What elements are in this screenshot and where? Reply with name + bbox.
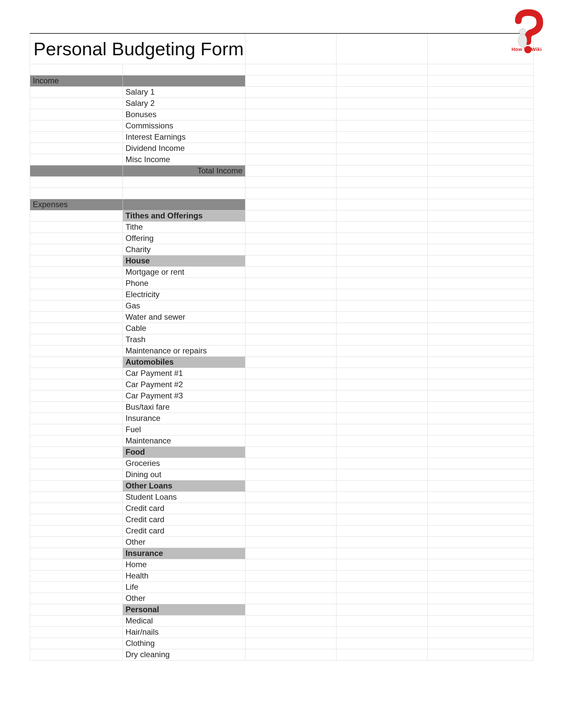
empty-cell <box>245 570 337 581</box>
empty-cell <box>337 120 428 131</box>
title-spacer <box>337 33 428 64</box>
empty-cell <box>245 458 337 469</box>
empty-cell <box>337 593 428 604</box>
empty-cell <box>30 559 123 570</box>
empty-cell <box>30 435 123 446</box>
empty-cell <box>30 581 123 593</box>
empty-cell <box>428 435 534 446</box>
expense-item: Electricity <box>123 289 245 300</box>
empty-cell <box>337 480 428 491</box>
empty-cell <box>428 593 534 604</box>
empty-cell <box>337 86 428 98</box>
expense-group-header: Automobiles <box>123 356 245 368</box>
empty-cell <box>428 334 534 345</box>
empty-cell <box>245 86 337 98</box>
empty-cell <box>428 615 534 626</box>
total-income-label: Total Income <box>123 165 245 176</box>
empty-cell <box>337 491 428 503</box>
empty-cell <box>30 514 123 525</box>
empty-cell <box>428 379 534 390</box>
expense-item: Charity <box>123 244 245 255</box>
expense-group-header: Personal <box>123 604 245 615</box>
empty-cell <box>337 143 428 154</box>
expense-item: Car Payment #2 <box>123 379 245 390</box>
empty-cell <box>245 604 337 615</box>
section-header-expenses: Expenses <box>30 199 123 210</box>
empty-cell <box>245 233 337 244</box>
empty-cell <box>245 424 337 435</box>
empty-cell <box>30 615 123 626</box>
empty-cell <box>30 143 123 154</box>
empty-cell <box>30 638 123 649</box>
empty-cell <box>428 154 534 165</box>
empty-cell <box>245 356 337 368</box>
empty-cell <box>30 233 123 244</box>
expense-item: Tithe <box>123 221 245 233</box>
empty-cell <box>245 64 337 75</box>
empty-cell <box>428 458 534 469</box>
empty-cell <box>428 176 534 188</box>
title-spacer <box>245 33 337 64</box>
expense-group-header: Other Loans <box>123 480 245 491</box>
empty-cell <box>30 446 123 458</box>
income-item: Dividend Income <box>123 143 245 154</box>
expense-item: Mortgage or rent <box>123 266 245 278</box>
empty-cell <box>428 75 534 86</box>
income-item: Commissions <box>123 120 245 131</box>
empty-cell <box>30 413 123 424</box>
empty-cell <box>428 98 534 109</box>
empty-cell <box>337 649 428 660</box>
empty-cell <box>337 75 428 86</box>
empty-cell <box>245 266 337 278</box>
empty-cell <box>337 244 428 255</box>
empty-cell <box>30 536 123 548</box>
empty-cell <box>245 469 337 480</box>
empty-cell <box>337 300 428 311</box>
svg-point-2 <box>518 34 527 47</box>
empty-cell <box>337 469 428 480</box>
empty-cell <box>428 109 534 120</box>
empty-cell <box>30 278 123 289</box>
empty-cell <box>30 86 123 98</box>
empty-cell <box>245 593 337 604</box>
empty-cell <box>428 559 534 570</box>
empty-cell <box>245 176 337 188</box>
empty-cell <box>30 120 123 131</box>
empty-cell <box>428 424 534 435</box>
empty-cell <box>245 638 337 649</box>
empty-cell <box>428 278 534 289</box>
empty-cell <box>245 75 337 86</box>
empty-cell <box>30 604 123 615</box>
empty-cell <box>30 469 123 480</box>
empty-cell <box>337 323 428 334</box>
empty-cell <box>245 626 337 638</box>
empty-cell <box>337 368 428 379</box>
empty-cell <box>428 323 534 334</box>
empty-cell <box>245 188 337 199</box>
expense-group-header: House <box>123 255 245 266</box>
empty-cell <box>337 278 428 289</box>
empty-cell <box>245 199 337 210</box>
empty-cell <box>428 581 534 593</box>
empty-cell <box>245 98 337 109</box>
empty-cell <box>30 244 123 255</box>
empty-cell <box>428 626 534 638</box>
expense-item: Phone <box>123 278 245 289</box>
empty-cell <box>428 210 534 221</box>
empty-cell <box>337 199 428 210</box>
empty-cell <box>30 176 123 188</box>
empty-cell <box>30 311 123 323</box>
empty-cell <box>428 649 534 660</box>
income-item: Salary 2 <box>123 98 245 109</box>
empty-cell <box>245 435 337 446</box>
empty-cell <box>428 143 534 154</box>
empty-cell <box>30 503 123 514</box>
budget-table: Personal Budgeting FormIncomeSalary 1Sal… <box>30 33 534 660</box>
empty-cell <box>245 503 337 514</box>
empty-cell <box>428 165 534 176</box>
empty-cell <box>30 379 123 390</box>
expense-item: Fuel <box>123 424 245 435</box>
total-income-pad <box>30 165 123 176</box>
empty-cell <box>30 64 123 75</box>
empty-cell <box>245 120 337 131</box>
